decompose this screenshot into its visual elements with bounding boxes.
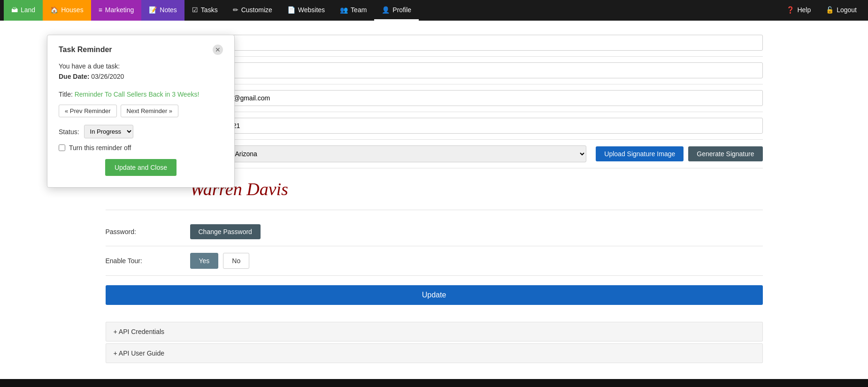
modal-title: Task Reminder bbox=[59, 46, 112, 54]
timezone-select[interactable]: (UTC-07:00) Arizona ( UTC-08:00) Pacific… bbox=[190, 145, 587, 162]
password-label: Password: bbox=[106, 228, 190, 235]
footer: ◯ INVESTMENT DOMINATOR © 2020 Orbit Publ… bbox=[0, 379, 868, 387]
due-task-text: You have a due task: bbox=[59, 62, 223, 70]
modal-nav: « Prev Reminder Next Reminder » bbox=[59, 105, 223, 117]
status-label: Status: bbox=[59, 128, 79, 136]
nav-label-customize: Customize bbox=[241, 6, 272, 14]
turn-off-label: Turn this reminder off bbox=[69, 144, 131, 152]
signature-button-group: Upload Signature Image Generate Signatur… bbox=[596, 146, 762, 161]
nav-item-tasks[interactable]: ☑ Tasks bbox=[184, 0, 225, 21]
enable-tour-label: Enable Tour: bbox=[106, 257, 190, 265]
websites-icon: 📄 bbox=[287, 6, 295, 14]
tasks-icon: ☑ bbox=[192, 6, 198, 14]
first-name-input-wrapper bbox=[190, 35, 763, 51]
title-label: Title: bbox=[59, 91, 73, 98]
no-button[interactable]: No bbox=[223, 253, 249, 269]
nav-label-profile: Profile bbox=[392, 6, 411, 14]
team-icon: 👥 bbox=[340, 6, 348, 14]
signature-preview: Warren Davis bbox=[190, 174, 763, 204]
nav-item-customize[interactable]: ✏ Customize bbox=[225, 0, 280, 21]
generate-signature-button[interactable]: Generate Signature bbox=[688, 146, 762, 161]
land-icon: 🏔 bbox=[11, 6, 18, 14]
task-title-link[interactable]: Reminder To Call Sellers Back in 3 Weeks… bbox=[75, 91, 200, 98]
nav-item-team[interactable]: 👥 Team bbox=[332, 0, 374, 21]
api-user-guide-section[interactable]: + API User Guide bbox=[106, 343, 763, 363]
nav-label-land: Land bbox=[21, 6, 35, 14]
due-label: Due Date: bbox=[59, 73, 89, 80]
modal-body: You have a due task: Due Date: 03/26/202… bbox=[59, 62, 223, 176]
nav-label-logout: Logout bbox=[837, 6, 857, 14]
timezone-select-wrapper: (UTC-07:00) Arizona ( UTC-08:00) Pacific… bbox=[190, 145, 587, 162]
last-name-input[interactable] bbox=[190, 62, 763, 78]
due-date-line: Due Date: 03/26/2020 bbox=[59, 73, 223, 80]
phone-input-wrapper bbox=[190, 118, 763, 134]
main-content: (UTC-07:00) Arizona ( UTC-08:00) Pacific… bbox=[0, 21, 868, 379]
notes-icon: 📝 bbox=[149, 6, 157, 14]
yes-button[interactable]: Yes bbox=[190, 253, 219, 269]
password-content: Change Password bbox=[190, 224, 763, 239]
password-row: Password: Change Password bbox=[106, 218, 763, 246]
nav-label-houses: Houses bbox=[61, 6, 83, 14]
modal-close-button[interactable]: ✕ bbox=[213, 45, 223, 55]
navbar: 🏔 Land 🏠 Houses ≡ Marketing 📝 Notes ☑ Ta… bbox=[0, 0, 868, 21]
task-title-line: Title: Reminder To Call Sellers Back in … bbox=[59, 91, 223, 98]
phone-input[interactable] bbox=[190, 118, 763, 134]
nav-item-help[interactable]: ❓ Help bbox=[779, 0, 818, 21]
nav-item-houses[interactable]: 🏠 Houses bbox=[43, 0, 91, 21]
turn-off-row: Turn this reminder off bbox=[59, 144, 223, 152]
status-select[interactable]: In Progress Completed Not Started bbox=[84, 125, 133, 138]
enable-tour-row: Enable Tour: Yes No bbox=[106, 246, 763, 276]
nav-label-tasks: Tasks bbox=[201, 6, 218, 14]
turn-off-checkbox[interactable] bbox=[59, 144, 65, 151]
tour-buttons: Yes No bbox=[190, 253, 763, 269]
profile-icon: 👤 bbox=[382, 6, 390, 14]
next-reminder-button[interactable]: Next Reminder » bbox=[121, 105, 179, 117]
due-date-value: 03/26/2020 bbox=[91, 73, 124, 80]
email-input-wrapper bbox=[190, 90, 763, 106]
nav-label-notes: Notes bbox=[160, 6, 177, 14]
status-row: Status: In Progress Completed Not Starte… bbox=[59, 125, 223, 138]
nav-item-marketing[interactable]: ≡ Marketing bbox=[91, 0, 142, 21]
houses-icon: 🏠 bbox=[50, 6, 58, 14]
last-name-input-wrapper bbox=[190, 62, 763, 78]
prev-reminder-button[interactable]: « Prev Reminder bbox=[59, 105, 117, 117]
upload-signature-button[interactable]: Upload Signature Image bbox=[596, 146, 684, 161]
nav-label-help: Help bbox=[797, 6, 811, 14]
nav-item-notes[interactable]: 📝 Notes bbox=[141, 0, 184, 21]
nav-item-logout[interactable]: 🔓 Logout bbox=[818, 0, 864, 21]
api-credentials-section[interactable]: + API Credentials bbox=[106, 322, 763, 341]
nav-item-profile[interactable]: 👤 Profile bbox=[374, 0, 419, 21]
customize-icon: ✏ bbox=[233, 6, 238, 14]
nav-item-land[interactable]: 🏔 Land bbox=[4, 0, 43, 21]
change-password-button[interactable]: Change Password bbox=[190, 224, 261, 239]
nav-label-team: Team bbox=[351, 6, 367, 14]
nav-item-websites[interactable]: 📄 Websites bbox=[280, 0, 332, 21]
nav-label-websites: Websites bbox=[298, 6, 325, 14]
update-button-wrapper: Update bbox=[106, 285, 763, 312]
first-name-input[interactable] bbox=[190, 35, 763, 51]
task-reminder-modal: Task Reminder ✕ You have a due task: Due… bbox=[47, 35, 235, 188]
logout-icon: 🔓 bbox=[826, 6, 834, 14]
update-close-button[interactable]: Update and Close bbox=[105, 159, 177, 176]
marketing-icon: ≡ bbox=[99, 6, 102, 14]
update-button[interactable]: Update bbox=[106, 285, 763, 305]
nav-label-marketing: Marketing bbox=[105, 6, 134, 14]
email-input[interactable] bbox=[190, 90, 763, 106]
modal-header: Task Reminder ✕ bbox=[59, 45, 223, 55]
help-icon: ❓ bbox=[786, 6, 794, 14]
